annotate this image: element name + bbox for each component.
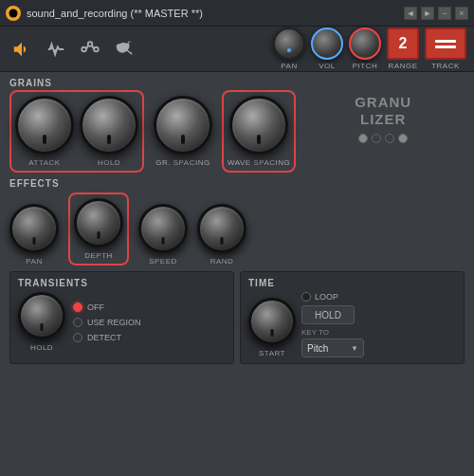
effects-pan-label: PAN bbox=[26, 257, 42, 265]
hold-grains-knob-item: HOLD bbox=[80, 96, 138, 167]
effects-pan-knob[interactable] bbox=[9, 204, 59, 253]
radio-use-region-circle bbox=[73, 318, 82, 327]
attack-knob[interactable] bbox=[15, 96, 74, 155]
radio-detect[interactable]: DETECT bbox=[73, 333, 141, 342]
effects-section: EFFECTS PAN DEPTH SPEED RAND bbox=[9, 178, 465, 265]
radio-detect-label: DETECT bbox=[87, 333, 121, 342]
arrow-left-btn[interactable]: ◄ bbox=[404, 7, 417, 20]
range-badge[interactable]: 2 bbox=[387, 27, 419, 60]
hold-grains-label: HOLD bbox=[98, 158, 120, 167]
app-icon bbox=[6, 6, 21, 21]
minimize-btn[interactable]: − bbox=[438, 7, 451, 20]
effects-knob-row: PAN DEPTH SPEED RAND bbox=[9, 192, 465, 265]
effects-depth-label: DEPTH bbox=[84, 251, 113, 260]
effects-speed-label: SPEED bbox=[149, 257, 177, 265]
time-start-item: START bbox=[248, 298, 296, 357]
loop-label: LOOP bbox=[315, 292, 338, 302]
radio-use-region[interactable]: USE REGION bbox=[73, 318, 141, 327]
speaker-icon[interactable] bbox=[8, 35, 36, 64]
svg-point-0 bbox=[9, 9, 18, 17]
pitch-toolbar-label: PITCH bbox=[353, 62, 378, 70]
effects-pan-item: PAN bbox=[9, 204, 59, 265]
gr-spacing-label: GR. SPACING bbox=[155, 158, 210, 167]
loop-dot bbox=[301, 292, 311, 302]
pitch-toolbar-col: PITCH bbox=[349, 27, 381, 70]
wave-spacing-group: WAVE SPACING bbox=[222, 90, 296, 173]
granulizer-area: GRANULIZER bbox=[301, 90, 465, 147]
effects-rand-item: RAND bbox=[197, 204, 246, 265]
arrow-right-btn[interactable]: ► bbox=[421, 7, 434, 20]
gr-spacing-knob-item: GR. SPACING bbox=[150, 90, 216, 167]
transients-hold-knob[interactable] bbox=[18, 292, 65, 339]
main-content: GRAINS ATTACK HOLD GR. SPACING bbox=[0, 72, 474, 370]
pitch-dropdown[interactable]: Pitch ▼ bbox=[301, 339, 364, 357]
transients-section: TRANSIENTS HOLD OFF USE REGION bbox=[9, 271, 234, 364]
track-button[interactable] bbox=[425, 27, 466, 60]
radio-off[interactable]: OFF bbox=[73, 302, 141, 312]
depth-group: DEPTH bbox=[68, 192, 129, 265]
toolbar: PAN VOL PITCH 2 RANGE TRACK bbox=[0, 27, 474, 72]
dropdown-arrow-icon: ▼ bbox=[351, 344, 358, 353]
radio-off-label: OFF bbox=[87, 302, 104, 312]
pan-toolbar-col: PAN bbox=[273, 27, 305, 70]
wave-spacing-label: WAVE SPACING bbox=[228, 158, 290, 167]
title-text: sound_and_recording (** MASTER **) bbox=[27, 8, 398, 19]
hold-grains-knob[interactable] bbox=[80, 96, 138, 155]
effects-rand-knob[interactable] bbox=[197, 204, 246, 253]
vol-toolbar-label: VOL bbox=[319, 62, 336, 70]
pitch-dropdown-value: Pitch bbox=[307, 343, 328, 354]
time-hold-button[interactable]: HOLD bbox=[301, 305, 355, 324]
time-right-panel: LOOP HOLD KEY TO Pitch ▼ bbox=[301, 292, 364, 357]
waveform-icon[interactable] bbox=[42, 35, 70, 64]
effects-depth-knob[interactable] bbox=[74, 198, 123, 247]
dot-4 bbox=[398, 134, 408, 143]
attack-knob-item: ATTACK bbox=[15, 96, 74, 167]
grains-label: GRAINS bbox=[9, 78, 465, 88]
track-lines-icon bbox=[435, 40, 456, 48]
transients-radio-group: OFF USE REGION DETECT bbox=[73, 302, 141, 342]
effects-speed-item: SPEED bbox=[138, 204, 188, 265]
close-btn[interactable]: × bbox=[455, 7, 468, 20]
time-start-label: START bbox=[259, 349, 285, 357]
track-toolbar-label: TRACK bbox=[431, 62, 460, 70]
effects-speed-knob[interactable] bbox=[138, 204, 188, 253]
range-toolbar-label: RANGE bbox=[389, 62, 418, 70]
attack-hold-group: ATTACK HOLD bbox=[9, 90, 144, 173]
svg-point-1 bbox=[82, 46, 86, 51]
track-toolbar-col: TRACK bbox=[425, 27, 466, 70]
gr-spacing-knob[interactable] bbox=[154, 96, 212, 155]
svg-point-3 bbox=[94, 46, 99, 51]
dot-3 bbox=[385, 134, 394, 143]
transients-label: TRANSIENTS bbox=[18, 278, 226, 288]
time-content: START LOOP HOLD KEY TO Pitch ▼ bbox=[248, 292, 456, 357]
node-icon[interactable] bbox=[76, 35, 104, 64]
svg-line-4 bbox=[86, 46, 88, 49]
wrench-icon[interactable] bbox=[110, 35, 138, 64]
vol-toolbar-col: VOL bbox=[311, 27, 343, 70]
bottom-row: TRANSIENTS HOLD OFF USE REGION bbox=[9, 271, 465, 364]
time-start-knob[interactable] bbox=[248, 298, 296, 345]
pan-toolbar-label: PAN bbox=[281, 62, 297, 70]
radio-use-region-label: USE REGION bbox=[87, 318, 141, 327]
vol-toolbar-knob[interactable] bbox=[311, 27, 343, 60]
effects-depth-item: DEPTH bbox=[74, 198, 123, 260]
range-toolbar-col: 2 RANGE bbox=[387, 27, 419, 70]
wave-spacing-knob-item: WAVE SPACING bbox=[228, 96, 290, 167]
radio-detect-circle bbox=[73, 333, 82, 342]
grains-section: GRAINS ATTACK HOLD GR. SPACING bbox=[9, 78, 465, 173]
dot-2 bbox=[372, 134, 381, 143]
svg-point-2 bbox=[88, 42, 93, 46]
pitch-toolbar-knob[interactable] bbox=[349, 27, 381, 60]
wave-spacing-knob[interactable] bbox=[229, 96, 288, 155]
title-bar: sound_and_recording (** MASTER **) ◄ ► −… bbox=[0, 0, 474, 27]
granulizer-logo: GRANULIZER bbox=[355, 94, 411, 128]
transients-content: HOLD OFF USE REGION DETECT bbox=[18, 292, 226, 352]
title-buttons: ◄ ► − × bbox=[404, 7, 468, 20]
pan-toolbar-knob[interactable] bbox=[273, 27, 305, 60]
radio-off-circle bbox=[73, 302, 82, 312]
attack-label: ATTACK bbox=[28, 158, 60, 167]
dot-1 bbox=[358, 134, 368, 143]
effects-rand-label: RAND bbox=[210, 257, 234, 265]
time-section: TIME START LOOP HOLD KEY TO Pitch bbox=[240, 271, 465, 364]
loop-row: LOOP bbox=[301, 292, 338, 302]
